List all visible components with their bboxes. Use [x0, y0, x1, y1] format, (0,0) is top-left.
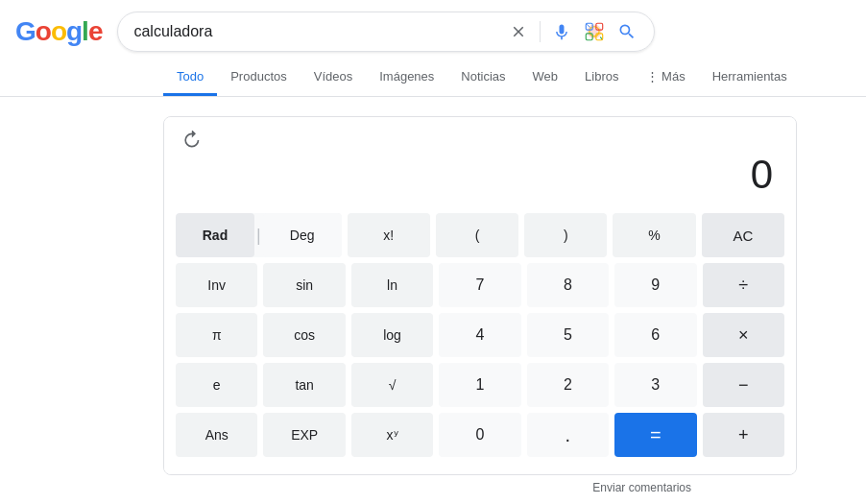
btn-8[interactable]: 8 — [527, 263, 609, 307]
btn-percent[interactable]: % — [613, 213, 695, 257]
logo-letter-o1: o — [36, 16, 51, 46]
tab-libros[interactable]: Libros — [571, 60, 632, 96]
btn-9[interactable]: 9 — [614, 263, 696, 307]
calc-display: 0 — [164, 117, 796, 205]
btn-5[interactable]: 5 — [527, 313, 609, 357]
search-icons — [507, 20, 638, 43]
calc-buttons: Rad | Deg x! ( ) % AC Inv sin ln 7 8 9 ÷ — [164, 205, 796, 474]
btn-dot[interactable]: . — [527, 413, 609, 457]
btn-1[interactable]: 1 — [439, 363, 520, 407]
calc-row-2: π cos log 4 5 6 × — [176, 313, 784, 357]
btn-deg[interactable]: Deg — [263, 213, 342, 257]
btn-add[interactable]: + — [703, 413, 784, 457]
btn-exp[interactable]: EXP — [263, 413, 345, 457]
calc-result: 0 — [180, 152, 781, 198]
btn-sqrt[interactable]: √ — [351, 363, 433, 407]
tab-videos[interactable]: Vídeos — [301, 60, 366, 96]
calc-row-3: e tan √ 1 2 3 − — [176, 363, 784, 407]
search-bar — [117, 12, 655, 52]
btn-factorial[interactable]: x! — [348, 213, 430, 257]
header: Google — [0, 0, 866, 52]
btn-3[interactable]: 3 — [614, 363, 696, 407]
btn-divide[interactable]: ÷ — [703, 263, 784, 307]
nav-tabs: Todo Productos Vídeos Imágenes Noticias … — [0, 52, 866, 97]
main-content: 0 Rad | Deg x! ( ) % AC Inv sin ln — [0, 97, 866, 504]
logo-letter-e: e — [88, 16, 103, 46]
tab-productos[interactable]: Productos — [217, 60, 301, 96]
mode-separator: | — [254, 226, 263, 246]
btn-subtract[interactable]: − — [703, 363, 784, 407]
btn-log[interactable]: log — [351, 313, 433, 357]
calc-row-mode: Rad | Deg x! ( ) % AC — [176, 213, 784, 257]
btn-cos[interactable]: cos — [263, 313, 345, 357]
btn-close-paren[interactable]: ) — [524, 213, 607, 257]
logo-letter-g: G — [15, 16, 36, 46]
btn-multiply[interactable]: × — [703, 313, 784, 357]
btn-ans[interactable]: Ans — [176, 413, 257, 457]
logo-letter-g2: g — [66, 16, 82, 46]
calc-row-4: Ans EXP xʸ 0 . = + — [176, 413, 784, 457]
btn-2[interactable]: 2 — [527, 363, 609, 407]
btn-6[interactable]: 6 — [614, 313, 696, 357]
tab-web[interactable]: Web — [519, 60, 572, 96]
logo-letter-o2: o — [51, 16, 66, 46]
btn-7[interactable]: 7 — [439, 263, 520, 307]
tab-todo[interactable]: Todo — [163, 60, 217, 96]
logo-letter-l: l — [82, 16, 88, 46]
btn-sin[interactable]: sin — [263, 263, 345, 307]
clear-button[interactable] — [507, 20, 530, 43]
tab-imagenes[interactable]: Imágenes — [366, 60, 447, 96]
btn-e[interactable]: e — [176, 363, 257, 407]
search-button[interactable] — [615, 20, 638, 43]
voice-search-button[interactable] — [550, 20, 573, 43]
tab-noticias[interactable]: Noticias — [447, 60, 518, 96]
google-logo[interactable]: Google — [15, 16, 102, 47]
btn-tan[interactable]: tan — [263, 363, 345, 407]
btn-inv[interactable]: Inv — [176, 263, 257, 307]
history-button[interactable] — [180, 129, 203, 152]
feedback-link[interactable]: Enviar comentarios — [163, 475, 703, 500]
search-input[interactable] — [133, 23, 497, 40]
calculator: 0 Rad | Deg x! ( ) % AC Inv sin ln — [163, 116, 797, 475]
btn-equals[interactable]: = — [614, 413, 696, 457]
lens-search-button[interactable] — [583, 20, 606, 43]
tab-herramientas[interactable]: Herramientas — [699, 60, 801, 96]
btn-0[interactable]: 0 — [439, 413, 520, 457]
btn-rad[interactable]: Rad — [176, 213, 254, 257]
btn-power[interactable]: xʸ — [351, 413, 433, 457]
calc-row-1: Inv sin ln 7 8 9 ÷ — [176, 263, 784, 307]
tab-mas[interactable]: ⋮ Más — [633, 60, 699, 96]
btn-ln[interactable]: ln — [351, 263, 433, 307]
btn-pi[interactable]: π — [176, 313, 257, 357]
btn-4[interactable]: 4 — [439, 313, 520, 357]
btn-open-paren[interactable]: ( — [436, 213, 518, 257]
btn-ac[interactable]: AC — [702, 213, 784, 257]
